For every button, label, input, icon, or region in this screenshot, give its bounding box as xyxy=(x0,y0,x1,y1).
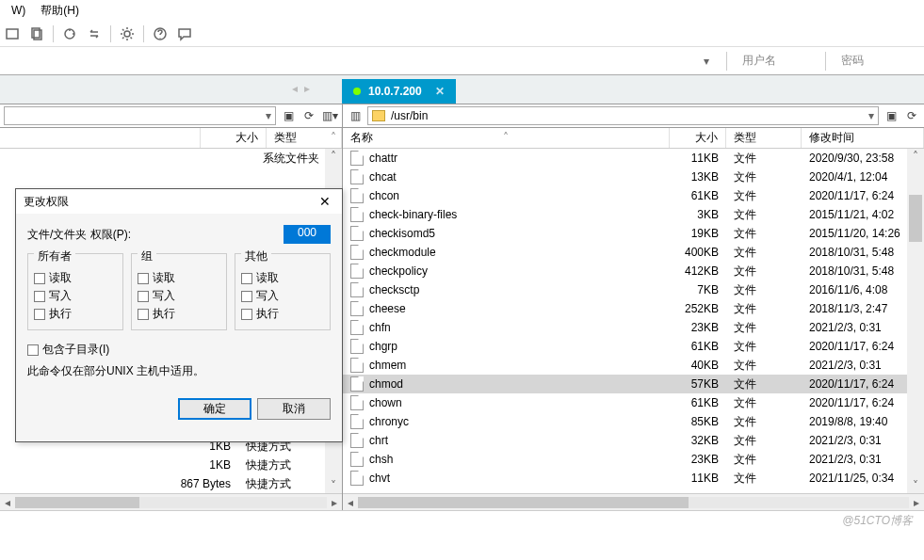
sort-up-icon[interactable]: ˄ xyxy=(503,131,509,144)
remote-list-header: 名称 大小 类型 修改时间 ˄ xyxy=(343,128,924,149)
table-row[interactable]: chrt 32KB 文件 2021/2/3, 0:31 xyxy=(343,431,924,450)
cell-size: 252KB xyxy=(670,302,726,315)
col-mtime[interactable]: 修改时间 xyxy=(802,128,924,148)
dialog-note: 此命令仅在部分UNIX 主机中适用。 xyxy=(27,363,331,379)
col-size[interactable]: 大小 xyxy=(201,128,267,148)
sort-up-icon[interactable]: ˄ xyxy=(331,131,336,144)
table-row[interactable]: chmem 40KB 文件 2021/2/3, 0:31 xyxy=(343,356,924,375)
table-row[interactable]: check-binary-files 3KB 文件 2015/11/21, 4:… xyxy=(343,205,924,224)
table-row[interactable]: chsh 23KB 文件 2021/2/3, 0:31 xyxy=(343,450,924,469)
col-type[interactable]: 类型 xyxy=(726,128,802,148)
file-icon xyxy=(350,301,364,316)
table-row[interactable]: chcat 13KB 文件 2020/4/1, 12:04 xyxy=(343,168,924,186)
cell-size: 61KB xyxy=(670,340,726,353)
table-row[interactable]: chattr 11KB 文件 2020/9/30, 23:58 xyxy=(343,149,924,168)
cell-size: 23KB xyxy=(670,321,726,334)
table-row[interactable]: chvt 11KB 文件 2021/11/25, 0:34 xyxy=(343,469,924,488)
perm-label: 文件/文件夹 权限(P): xyxy=(27,227,284,243)
table-row[interactable]: chown 61KB 文件 2020/11/17, 6:24 xyxy=(343,393,924,412)
perm-checkbox[interactable]: 执行 xyxy=(138,306,220,322)
list-item[interactable]: 系统文件夹 xyxy=(0,149,342,168)
toggle-tree-icon[interactable]: ▥ xyxy=(347,107,364,124)
menu-window[interactable]: W) xyxy=(4,2,33,19)
table-row[interactable]: checksctp 7KB 文件 2016/11/6, 4:08 xyxy=(343,280,924,299)
legend: 组 xyxy=(138,248,156,264)
table-row[interactable]: chgrp 61KB 文件 2020/11/17, 6:24 xyxy=(343,337,924,356)
toolbar-divider xyxy=(53,25,54,42)
perm-checkbox[interactable]: 写入 xyxy=(241,288,324,304)
table-row[interactable]: 867 Bytes 快捷方式 xyxy=(0,474,325,493)
bookmark-icon[interactable]: ▣ xyxy=(280,107,297,124)
cell-size: 13KB xyxy=(670,170,726,184)
cell-type: 文件 xyxy=(726,339,802,355)
table-row[interactable]: chcon 61KB 文件 2020/11/17, 6:24 xyxy=(343,186,924,205)
col-spacer[interactable] xyxy=(0,128,201,148)
table-row[interactable]: cheese 252KB 文件 2018/11/3, 2:47 xyxy=(343,299,924,318)
cell-mtime: 2021/2/3, 0:31 xyxy=(802,453,924,466)
table-row[interactable]: 1KB 快捷方式 xyxy=(0,456,325,474)
dialog-titlebar[interactable]: 更改权限 ✕ xyxy=(16,189,342,214)
col-size[interactable]: 大小 xyxy=(670,128,726,148)
vertical-scrollbar[interactable]: ˄ ˅ xyxy=(907,149,924,493)
cell-size: 3KB xyxy=(670,208,726,221)
perm-checkbox[interactable]: 读取 xyxy=(138,270,220,286)
perm-group-other: 其他 读取写入执行 xyxy=(235,253,331,330)
menu-help[interactable]: 帮助(H) xyxy=(33,1,87,21)
perm-checkbox[interactable]: 执行 xyxy=(241,306,324,322)
remote-pathbar: ▥ /usr/bin ▾ ▣ ⟳ xyxy=(343,104,924,128)
refresh-icon[interactable]: ⟳ xyxy=(903,107,920,124)
perm-checkbox[interactable]: 读取 xyxy=(34,270,117,286)
legend: 所有者 xyxy=(34,248,75,264)
table-row[interactable]: chronyc 85KB 文件 2019/8/8, 19:40 xyxy=(343,412,924,431)
ok-button[interactable]: 确定 xyxy=(178,398,251,420)
perm-checkbox[interactable]: 读取 xyxy=(241,270,324,286)
remote-path-input[interactable]: /usr/bin ▾ xyxy=(367,106,879,125)
perm-checkbox[interactable]: 写入 xyxy=(34,288,117,304)
transfer-icon[interactable] xyxy=(86,25,103,42)
perm-checkbox[interactable]: 执行 xyxy=(34,306,117,322)
cell-mtime: 2018/10/31, 5:48 xyxy=(802,246,924,259)
remote-list[interactable]: chattr 11KB 文件 2020/9/30, 23:58 chcat 13… xyxy=(343,149,924,493)
chevron-down-icon[interactable]: ▾ xyxy=(266,109,271,122)
session-tab[interactable]: 10.0.7.200 ✕ xyxy=(342,79,456,104)
cell-name: checksctp xyxy=(369,283,670,296)
table-row[interactable]: chfn 23KB 文件 2021/2/3, 0:31 xyxy=(343,318,924,337)
cell-type: 文件 xyxy=(726,358,802,374)
perm-label: 执行 xyxy=(153,306,175,322)
perm-checkbox[interactable]: 写入 xyxy=(138,288,220,304)
recurse-checkbox[interactable]: 包含子目录(I) xyxy=(27,342,331,358)
cell-mtime: 2020/11/17, 6:24 xyxy=(802,189,924,202)
chat-icon[interactable] xyxy=(176,25,193,42)
tab-close-icon[interactable]: ✕ xyxy=(435,85,445,98)
cell-mtime: 2020/4/1, 12:04 xyxy=(802,170,924,184)
username-field[interactable]: 用户名 xyxy=(738,51,814,71)
tool-icon-2[interactable] xyxy=(28,25,45,42)
sync-icon[interactable] xyxy=(61,25,78,42)
cell-size: 85KB xyxy=(670,415,726,428)
local-path-input[interactable]: ▾ xyxy=(4,106,276,125)
help-icon[interactable] xyxy=(152,25,169,42)
close-icon[interactable]: ✕ xyxy=(316,194,334,209)
view-icon[interactable]: ▥▾ xyxy=(321,107,338,124)
horizontal-scrollbar[interactable]: ◂ ▸ xyxy=(0,493,342,510)
table-row[interactable]: chmod 57KB 文件 2020/11/17, 6:24 xyxy=(343,375,924,393)
host-dropdown-icon[interactable]: ▾ xyxy=(704,55,715,68)
password-field[interactable]: 密码 xyxy=(837,51,913,71)
file-icon xyxy=(350,358,364,373)
refresh-icon[interactable]: ⟳ xyxy=(300,107,317,124)
table-row[interactable]: checkisomd5 19KB 文件 2015/11/20, 14:26 xyxy=(343,224,924,243)
horizontal-scrollbar[interactable]: ◂ ▸ xyxy=(343,493,924,510)
permissions-input[interactable]: 000 xyxy=(284,225,331,244)
bookmark-icon[interactable]: ▣ xyxy=(883,107,900,124)
table-row[interactable]: checkpolicy 412KB 文件 2018/10/31, 5:48 xyxy=(343,262,924,280)
cell-name: check-binary-files xyxy=(369,208,670,221)
tool-icon-1[interactable] xyxy=(4,25,21,42)
gear-icon[interactable] xyxy=(119,25,136,42)
checkbox-icon xyxy=(241,309,252,320)
tab-pager[interactable]: ◂ ▸ xyxy=(292,82,312,95)
table-row[interactable]: checkmodule 400KB 文件 2018/10/31, 5:48 xyxy=(343,243,924,262)
cancel-button[interactable]: 取消 xyxy=(257,398,331,420)
cell-size: 400KB xyxy=(670,246,726,259)
perm-label: 写入 xyxy=(256,288,279,304)
chevron-down-icon[interactable]: ▾ xyxy=(868,109,874,122)
